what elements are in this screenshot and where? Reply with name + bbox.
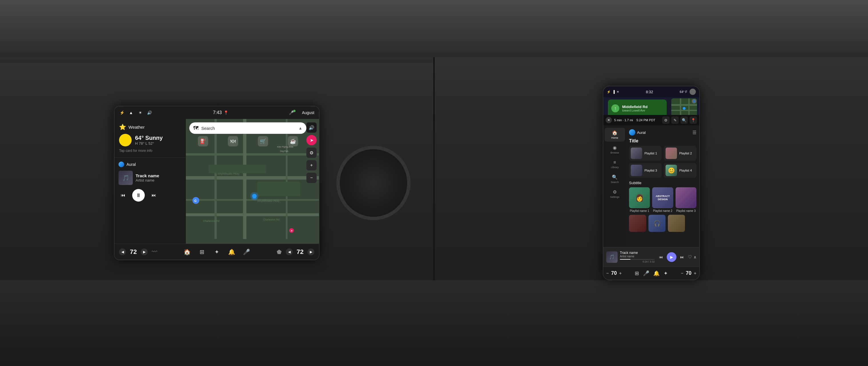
- temp-up-right[interactable]: ▶: [308, 249, 314, 255]
- next-track-button[interactable]: ⏭: [678, 253, 686, 261]
- extra-playlist-thumb-6[interactable]: [668, 215, 685, 232]
- nav-toward: toward Lowell Ave: [622, 109, 648, 112]
- status-time: 7:43 📍: [156, 110, 285, 115]
- music-header: Aural: [119, 162, 182, 167]
- left-sidebar: ⭐ Weather 64° Sunny H 78° L 52°: [115, 119, 186, 244]
- large-playlists-row2: 🎧: [629, 215, 696, 232]
- temp-down-right[interactable]: ◀: [286, 249, 293, 255]
- phone-avatar[interactable]: [689, 89, 696, 95]
- svg-text:Dog Park: Dog Park: [280, 150, 289, 152]
- phone-temp-plus-right[interactable]: +: [694, 271, 696, 276]
- weather-card[interactable]: ⭐ Weather 64° Sunny H 78° L 52°: [115, 119, 186, 158]
- sidebar-item-library[interactable]: ≡ Library: [604, 158, 625, 171]
- home-nav-icon[interactable]: 🏠: [182, 247, 192, 256]
- phone-screen: ⚡ ▐ ☀ 8:32 64° F ↑ Middlefield Rd: [603, 86, 700, 280]
- aural-app-name: Aural: [637, 131, 646, 135]
- search-input-text[interactable]: Search: [201, 126, 296, 131]
- temp-up-left[interactable]: ▶: [141, 249, 148, 255]
- music-controls: ⏮ ⏸ ⏭: [119, 189, 182, 202]
- play-button[interactable]: ▶: [667, 252, 676, 262]
- large-playlist-name-1: Playlist name 1: [629, 209, 650, 213]
- favorite-button[interactable]: ♡: [688, 254, 692, 260]
- playlist-item-3[interactable]: Playlist 3: [629, 163, 661, 178]
- extra-playlist-thumb-4[interactable]: [629, 215, 646, 232]
- nav-search-icon[interactable]: 🔍: [680, 116, 688, 124]
- svg-rect-2: [186, 176, 319, 179]
- playlist-item-2[interactable]: Playlist 2: [664, 146, 696, 161]
- queue-icon[interactable]: ☰: [692, 130, 696, 135]
- settings-icon: ⚙: [613, 189, 617, 195]
- nav-eta: 5 min · 1.7 mi: [614, 118, 633, 122]
- next-button[interactable]: ⏭: [149, 191, 158, 200]
- weather-header: ⭐ Weather: [119, 123, 181, 131]
- fan-nav-icon[interactable]: ✦: [212, 247, 221, 256]
- bell-nav-icon[interactable]: 🔔: [227, 247, 236, 256]
- play-pause-button[interactable]: ⏸: [132, 189, 145, 202]
- svg-text:➤: ➤: [291, 229, 293, 232]
- location-icon: 📍: [223, 110, 228, 115]
- nav-settings-icon[interactable]: ⚙: [662, 116, 670, 124]
- sidebar-item-search[interactable]: 🔍 Search: [604, 172, 625, 186]
- shopping-icon[interactable]: 🛒: [258, 136, 268, 146]
- weather-tap-hint: Tap card for more info: [119, 149, 181, 153]
- user-label[interactable]: August: [302, 110, 314, 115]
- signal-icon: ▲: [128, 110, 134, 115]
- large-playlist-1[interactable]: 👩 Playlist name 1: [629, 187, 650, 213]
- dashboard-screen: ⚡ ▲ ☀ 🔊 7:43 📍 🎤 August ⭐: [114, 106, 319, 260]
- nav-close-button[interactable]: ✕: [606, 117, 612, 123]
- grid-nav-icon[interactable]: ⊞: [197, 247, 207, 256]
- sidebar-library-label: Library: [611, 166, 619, 169]
- playlist-item-1[interactable]: Playlist 1: [629, 146, 661, 161]
- map-search-bar[interactable]: 🗺 Search ▲: [189, 122, 306, 134]
- phone-star-icon[interactable]: ✦: [663, 270, 668, 277]
- mic-nav-icon[interactable]: 🎤: [242, 247, 251, 256]
- nav-street: Middlefield Rd: [622, 105, 648, 109]
- nav-pin-icon[interactable]: 📍: [689, 116, 697, 124]
- large-playlist-3[interactable]: Playlist name 3: [676, 187, 696, 213]
- svg-rect-8: [209, 165, 266, 173]
- prev-track-button[interactable]: ⏮: [657, 253, 665, 261]
- map-zoom-out-button[interactable]: −: [306, 173, 317, 183]
- expand-button[interactable]: ∧: [693, 255, 696, 259]
- gas-station-icon[interactable]: ⛽: [198, 136, 208, 146]
- temp-down-left[interactable]: ◀: [119, 249, 126, 255]
- sidebar-item-browse[interactable]: ◉ Browse: [604, 143, 625, 157]
- progress-time: 0:24 / 3:32: [620, 260, 655, 263]
- map-zoom-in-button[interactable]: +: [306, 160, 317, 170]
- phone-temp-minus-right[interactable]: −: [681, 271, 683, 276]
- playlist-name-2: Playlist 2: [679, 151, 692, 155]
- map-volume-button[interactable]: 🔊: [306, 122, 317, 133]
- extra-playlist-thumb-5[interactable]: 🎧: [648, 215, 665, 232]
- sidebar-item-home[interactable]: 🏠 Home: [604, 128, 625, 142]
- app-main: Aural ☰ Title Playlist 1 Playlist 2: [626, 125, 699, 247]
- mini-map[interactable]: 👤: [671, 98, 697, 115]
- phone-temp-minus-left[interactable]: −: [606, 271, 609, 276]
- map-navigate-button[interactable]: ➤: [306, 135, 317, 145]
- sidebar-item-settings[interactable]: ⚙ Settings: [604, 187, 625, 201]
- now-playing-progress-bar[interactable]: [620, 259, 655, 260]
- large-playlist-name-3: Playlist name 3: [676, 209, 696, 213]
- phone-temp-plus-left[interactable]: +: [619, 271, 622, 276]
- brightness-icon-phone: ☀: [616, 90, 619, 94]
- phone-mic-icon[interactable]: 🎤: [643, 270, 649, 277]
- playlist-item-4[interactable]: 😊 Playlist 4: [664, 163, 696, 178]
- nav-edit-icon[interactable]: ✎: [671, 116, 679, 124]
- restaurant-icon[interactable]: 🍽: [228, 136, 238, 146]
- large-playlist-thumb-1: 👩: [629, 187, 650, 208]
- phone-bottom-bar: − 70 + ⊞ 🎤 🔔 ✦ − 70 +: [603, 266, 699, 280]
- album-art: 🎵: [119, 171, 133, 185]
- svg-rect-4: [186, 213, 319, 216]
- cafe-icon[interactable]: ☕: [288, 136, 298, 146]
- map-settings-button[interactable]: ⚙: [306, 147, 317, 158]
- home-icon: 🏠: [612, 130, 618, 136]
- playlist-name-4: Playlist 4: [679, 169, 692, 172]
- sidebar-settings-label: Settings: [610, 196, 620, 198]
- large-playlist-2[interactable]: ABSTRACT DESIGN Playlist name 2: [652, 187, 673, 213]
- phone-bell-icon[interactable]: 🔔: [653, 270, 659, 277]
- svg-rect-25: [671, 110, 697, 111]
- phone-grid-icon[interactable]: ⊞: [635, 270, 639, 277]
- prev-button[interactable]: ⏮: [119, 191, 128, 200]
- progress-fill: [620, 259, 630, 260]
- temp-control-right: ◀ 72 ▶: [286, 248, 314, 256]
- now-playing-bar: 🎵 Track name Artist name 0:24 / 3:32 ⏮ ▶…: [603, 247, 699, 266]
